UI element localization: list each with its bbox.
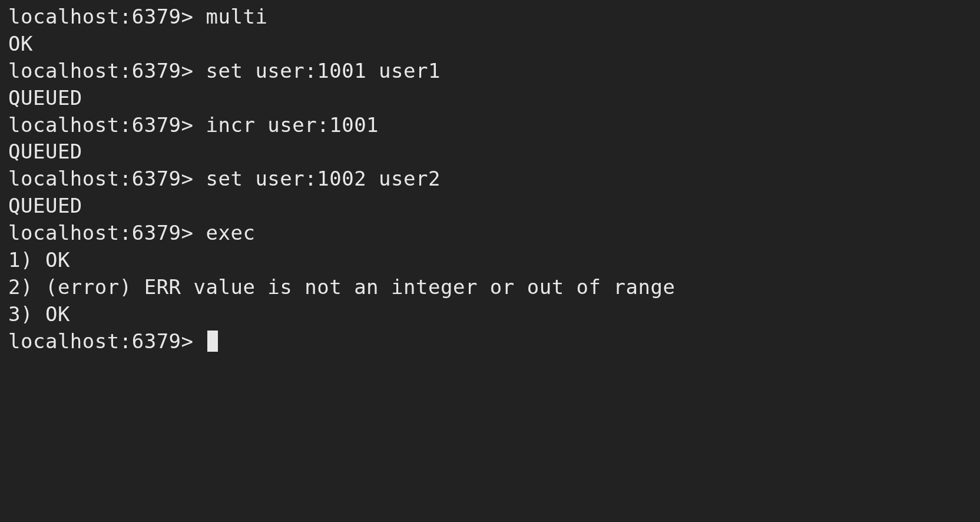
terminal-output: QUEUED [8, 193, 972, 220]
terminal-prompt: localhost:6379> [8, 166, 206, 193]
terminal-output: 1) OK [8, 247, 972, 274]
terminal-command: exec [206, 220, 256, 247]
terminal-line: localhost:6379> set user:1002 user2 [8, 166, 972, 193]
terminal-command: multi [206, 4, 268, 31]
terminal-prompt: localhost:6379> [8, 220, 206, 247]
terminal-prompt: localhost:6379> [8, 112, 206, 139]
terminal-line: localhost:6379> exec [8, 220, 972, 247]
terminal-output: 3) OK [8, 301, 972, 328]
cursor-icon [207, 331, 218, 352]
terminal-output: OK [8, 31, 972, 58]
terminal-command: incr user:1001 [206, 112, 379, 139]
terminal-line: localhost:6379> multi [8, 4, 972, 31]
terminal-command: set user:1001 user1 [206, 58, 441, 85]
terminal-output: 2) (error) ERR value is not an integer o… [8, 274, 972, 301]
terminal-line: localhost:6379> set user:1001 user1 [8, 58, 972, 85]
terminal-prompt: localhost:6379> [8, 4, 206, 31]
terminal-line: localhost:6379> incr user:1001 [8, 112, 972, 139]
terminal-prompt: localhost:6379> [8, 328, 206, 355]
terminal-prompt: localhost:6379> [8, 58, 206, 85]
terminal[interactable]: localhost:6379> multi OK localhost:6379>… [8, 4, 972, 355]
terminal-input-line[interactable]: localhost:6379> [8, 328, 972, 355]
terminal-output: QUEUED [8, 138, 972, 166]
terminal-command: set user:1002 user2 [206, 166, 441, 193]
terminal-output: QUEUED [8, 85, 972, 112]
